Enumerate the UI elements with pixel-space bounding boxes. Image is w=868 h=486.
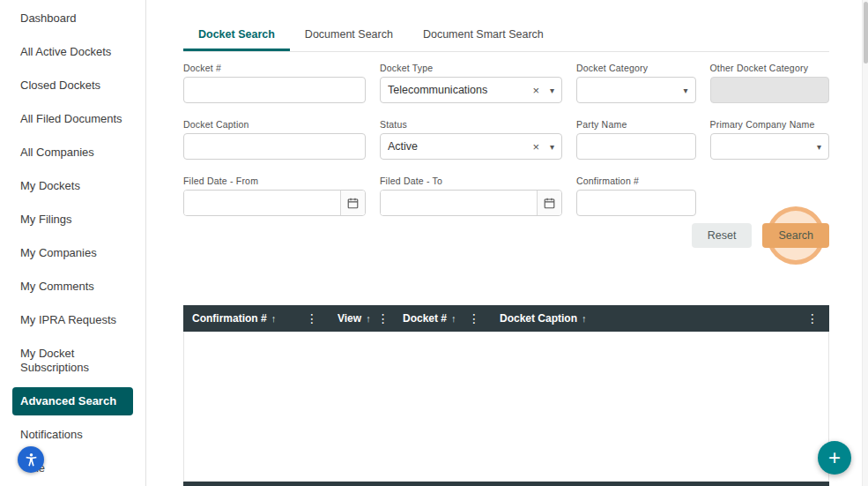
column-menu-icon[interactable]: ⋮ (466, 311, 482, 325)
field-docket-caption: Docket Caption (183, 119, 366, 160)
filed-date-from-label: Filed Date - From (183, 176, 366, 186)
reset-button[interactable]: Reset (692, 223, 753, 248)
plus-icon: + (828, 447, 841, 468)
results-table-body (183, 332, 829, 482)
sidebar-item-advanced-search[interactable]: Advanced Search (12, 387, 133, 415)
page-scrollbar (862, 0, 868, 486)
docket-caption-label: Docket Caption (183, 119, 366, 130)
filed-date-to-input[interactable] (381, 191, 537, 215)
status-select[interactable]: Active × ▾ (380, 133, 562, 160)
search-button-wrap: Search (762, 223, 829, 248)
grid-spacer (710, 176, 830, 216)
primary-company-name-select[interactable]: ▾ (710, 133, 830, 160)
accessibility-button[interactable] (18, 446, 44, 473)
clear-icon[interactable]: × (527, 84, 545, 97)
scrollbar-thumb[interactable] (864, 2, 868, 64)
column-menu-icon[interactable]: ⋮ (375, 311, 391, 325)
results-table-header: Confirmation # ↑ ⋮ View ↑ ⋮ Docket # ↑ ⋮… (183, 305, 829, 332)
docket-search-form: Docket # Docket Type Telecommunications … (183, 63, 829, 216)
field-primary-company-name: Primary Company Name ▾ (710, 119, 830, 160)
tab-docket-search[interactable]: Docket Search (183, 21, 290, 51)
filed-date-from-input[interactable] (184, 191, 340, 215)
sidebar-item-my-docket-subscriptions[interactable]: My Docket Subscriptions (0, 337, 145, 385)
sidebar: Dashboard All Active Dockets Closed Dock… (0, 0, 146, 486)
field-docket-type: Docket Type Telecommunications × ▾ (380, 63, 562, 103)
column-confirmation-number: Confirmation # ↑ ⋮ (183, 305, 329, 332)
field-docket-category: Docket Category ▾ (576, 63, 696, 103)
docket-number-label: Docket # (183, 63, 366, 73)
chevron-down-icon: ▾ (545, 86, 554, 95)
column-menu-icon[interactable]: ⋮ (805, 311, 820, 325)
column-label: View (338, 312, 361, 325)
column-view: View ↑ ⋮ (329, 305, 394, 332)
column-docket-caption: Docket Caption ↑ ⋮ (491, 305, 829, 332)
sidebar-item-my-filings[interactable]: My Filings (0, 203, 145, 236)
sidebar-item-my-comments[interactable]: My Comments (0, 270, 145, 303)
chevron-down-icon: ▾ (812, 142, 821, 152)
other-docket-category-label: Other Docket Category (710, 63, 830, 73)
chevron-down-icon: ▾ (678, 86, 687, 95)
column-label: Confirmation # (192, 312, 267, 325)
sidebar-item-my-ipra-requests[interactable]: My IPRA Requests (0, 303, 145, 337)
filed-date-from-datepicker (183, 190, 366, 216)
docket-category-label: Docket Category (576, 63, 696, 73)
tab-document-smart-search[interactable]: Document Smart Search (408, 21, 559, 51)
app-window: Dashboard All Active Dockets Closed Dock… (0, 0, 868, 486)
column-docket-number: Docket # ↑ ⋮ (394, 305, 491, 332)
form-actions: Reset Search (183, 223, 829, 248)
sort-asc-icon[interactable]: ↑ (451, 313, 456, 324)
sort-asc-icon[interactable]: ↑ (271, 313, 277, 324)
docket-caption-input[interactable] (183, 133, 366, 160)
party-name-label: Party Name (576, 119, 696, 130)
tab-document-search[interactable]: Document Search (290, 21, 408, 51)
filed-date-to-datepicker (380, 190, 562, 216)
status-label: Status (380, 119, 562, 130)
calendar-icon[interactable] (340, 191, 365, 215)
docket-type-label: Docket Type (380, 63, 562, 73)
other-docket-category-input (710, 77, 830, 103)
search-button[interactable]: Search (762, 223, 829, 248)
status-value: Active (388, 140, 527, 153)
add-button[interactable]: + (818, 441, 851, 475)
column-menu-icon[interactable]: ⋮ (304, 311, 320, 325)
field-other-docket-category: Other Docket Category (710, 63, 830, 103)
column-label: Docket Caption (500, 312, 577, 325)
field-status: Status Active × ▾ (380, 119, 562, 160)
sidebar-item-notifications[interactable]: Notifications (0, 418, 145, 452)
party-name-input[interactable] (576, 133, 696, 160)
results-table: Confirmation # ↑ ⋮ View ↑ ⋮ Docket # ↑ ⋮… (183, 305, 829, 486)
field-filed-date-to: Filed Date - To (380, 176, 562, 216)
filed-date-to-label: Filed Date - To (380, 176, 562, 186)
docket-category-select[interactable]: ▾ (576, 77, 696, 103)
primary-company-name-label: Primary Company Name (710, 119, 830, 130)
chevron-down-icon: ▾ (545, 142, 554, 152)
sort-asc-icon[interactable]: ↑ (366, 313, 371, 324)
sidebar-item-my-dockets[interactable]: My Dockets (0, 169, 145, 203)
results-table-footer (183, 482, 829, 486)
sort-asc-icon[interactable]: ↑ (582, 313, 587, 324)
confirmation-number-input[interactable] (576, 190, 696, 216)
sidebar-item-my-companies[interactable]: My Companies (0, 236, 145, 270)
search-tabs: Docket Search Document Search Document S… (183, 21, 829, 52)
confirmation-number-label: Confirmation # (576, 176, 696, 186)
docket-number-input[interactable] (183, 77, 366, 103)
field-confirmation-number: Confirmation # (576, 176, 696, 216)
field-filed-date-from: Filed Date - From (183, 176, 366, 216)
field-docket-number: Docket # (183, 63, 366, 103)
docket-type-value: Telecommunications (388, 84, 527, 96)
sidebar-item-closed-dockets[interactable]: Closed Dockets (0, 69, 145, 102)
accessibility-icon (23, 452, 40, 468)
sidebar-item-all-active-dockets[interactable]: All Active Dockets (0, 35, 145, 69)
sidebar-item-all-companies[interactable]: All Companies (0, 136, 145, 169)
sidebar-item-all-filed-documents[interactable]: All Filed Documents (0, 102, 145, 136)
calendar-icon[interactable] (537, 191, 561, 215)
field-party-name: Party Name (576, 119, 696, 160)
column-label: Docket # (403, 312, 447, 325)
sidebar-item-dashboard[interactable]: Dashboard (0, 2, 145, 35)
clear-icon[interactable]: × (527, 140, 545, 153)
docket-type-select[interactable]: Telecommunications × ▾ (380, 77, 562, 103)
